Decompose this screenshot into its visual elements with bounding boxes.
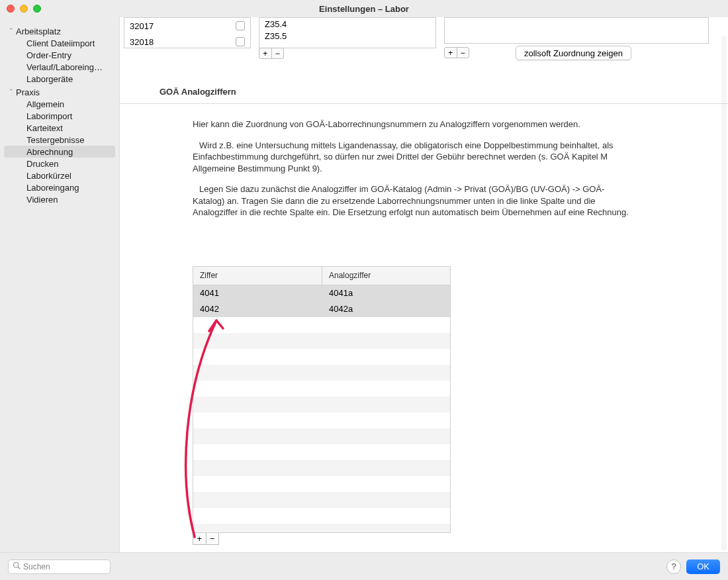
remove-button[interactable]: − — [457, 48, 469, 58]
sidebar-item-laborgeraete[interactable]: Laborgeräte — [0, 73, 119, 85]
table-row[interactable] — [193, 476, 450, 492]
table-row[interactable] — [193, 428, 450, 444]
table-row[interactable] — [193, 349, 450, 365]
table-row[interactable] — [193, 317, 450, 333]
sidebar: › Arbeitsplatz Client Dateiimport Order-… — [0, 17, 119, 580]
table-row[interactable] — [193, 381, 450, 397]
chevron-down-icon: › — [8, 89, 15, 95]
cell-analog: 4041a — [322, 288, 359, 298]
sidebar-item-karteitext[interactable]: Karteitext — [0, 122, 119, 134]
code-list-3[interactable] — [444, 17, 709, 44]
ok-button[interactable]: OK — [686, 559, 720, 574]
section-title: GOÄ Analogziffern — [159, 87, 728, 97]
add-button[interactable]: + — [445, 48, 457, 58]
minimize-icon[interactable] — [20, 5, 28, 13]
titlebar: Einstellungen – Labor — [0, 0, 728, 17]
desc-p2: Wird z.B. eine Untersuchung mittels Liga… — [193, 140, 629, 175]
list-code: 32017 — [130, 21, 183, 31]
add-button[interactable]: + — [259, 48, 272, 58]
window-controls — [7, 5, 41, 13]
remove-button[interactable]: − — [272, 48, 284, 58]
table-row[interactable] — [193, 397, 450, 412]
code-list-2[interactable]: Z35.4 Z35.5 — [259, 17, 436, 48]
sidebar-group-label: Praxis — [16, 87, 40, 97]
svg-point-0 — [14, 563, 19, 568]
table-row[interactable]: 4042 4042a — [193, 301, 450, 317]
desc-p1: Hier kann die Zuordnung von GOÄ-Laborrec… — [193, 119, 629, 130]
list-row[interactable]: 32017 — [124, 18, 250, 34]
svg-line-1 — [18, 567, 20, 569]
sidebar-item-laboreingang[interactable]: Laboreingang — [0, 181, 119, 193]
sidebar-item-order-entry[interactable]: Order-Entry — [0, 49, 119, 61]
list3-plusminus: + − — [444, 47, 469, 58]
sidebar-item-vidieren[interactable]: Vidieren — [0, 193, 119, 205]
zollsoft-button[interactable]: zollsoft Zuordnung zeigen — [516, 46, 631, 60]
sidebar-item-laborkuerzel[interactable]: Laborkürzel — [0, 169, 119, 181]
code-list-1[interactable]: 32017 32018 — [124, 17, 251, 48]
table-row[interactable]: 4041 4041a — [193, 285, 450, 301]
table-row[interactable] — [193, 412, 450, 428]
close-icon[interactable] — [7, 5, 15, 13]
sidebar-item-drucken[interactable]: Drucken — [0, 158, 119, 169]
table-plusminus: + − — [193, 533, 219, 545]
row-checkbox[interactable] — [236, 21, 245, 30]
list-code: Z35.4 — [265, 19, 287, 29]
table-row[interactable] — [193, 492, 450, 508]
sidebar-group-praxis[interactable]: › Praxis — [0, 86, 119, 98]
cell-ziffer: 4041 — [193, 288, 322, 298]
section-description: Hier kann die Zuordnung von GOÄ-Laborrec… — [193, 119, 629, 228]
top-strip: 32017 32018 Z35.4 — [120, 17, 728, 60]
sidebar-item-abrechnung[interactable]: Abrechnung — [4, 146, 115, 158]
table-row[interactable] — [193, 333, 450, 349]
desc-p3: Legen Sie dazu zunächst die Analogziffer… — [193, 183, 629, 218]
add-row-button[interactable]: + — [193, 533, 206, 544]
cell-ziffer: 4042 — [193, 304, 322, 314]
list-code: Z35.5 — [265, 31, 287, 41]
search-placeholder: Suchen — [23, 562, 50, 571]
chevron-down-icon: › — [8, 28, 15, 34]
zoom-icon[interactable] — [33, 5, 41, 13]
table-row[interactable] — [193, 508, 450, 524]
list-row[interactable]: Z35.5 — [259, 30, 435, 42]
list-code: 32018 — [130, 37, 183, 47]
col-analogziffer[interactable]: Analogziffer — [322, 271, 377, 280]
table-header: Ziffer Analogziffer — [193, 267, 450, 285]
sidebar-group-arbeitsplatz[interactable]: › Arbeitsplatz — [0, 25, 119, 37]
table-body[interactable]: 4041 4041a 4042 4042a — [193, 285, 450, 532]
window-title: Einstellungen – Labor — [319, 4, 409, 14]
cell-analog: 4042a — [322, 304, 359, 314]
scrollbar[interactable] — [721, 36, 727, 551]
sidebar-group-label: Arbeitsplatz — [16, 26, 61, 36]
sidebar-item-allgemein[interactable]: Allgemein — [0, 98, 119, 110]
content-pane: 32017 32018 Z35.4 — [119, 17, 728, 580]
search-input[interactable]: Suchen — [8, 559, 111, 574]
sidebar-item-testergebnisse[interactable]: Testergebnisse — [0, 134, 119, 146]
table-row[interactable] — [193, 524, 450, 532]
help-button[interactable]: ? — [666, 559, 681, 574]
table-row[interactable] — [193, 444, 450, 460]
search-icon — [13, 561, 21, 571]
list2-plusminus: + − — [259, 48, 284, 59]
bottom-bar: Suchen ? OK — [0, 552, 728, 580]
row-checkbox[interactable] — [236, 37, 245, 46]
remove-row-button[interactable]: − — [206, 533, 219, 544]
list-row[interactable]: 32018 — [124, 34, 250, 48]
sidebar-item-laborimport[interactable]: Laborimport — [0, 110, 119, 122]
list-row[interactable]: Z35.4 — [259, 18, 435, 30]
sidebar-item-verlauf[interactable]: Verlauf/Laboreing… — [0, 61, 119, 73]
analog-table: Ziffer Analogziffer 4041 4041a 4042 4042… — [193, 266, 451, 533]
table-row[interactable] — [193, 460, 450, 476]
table-row[interactable] — [193, 365, 450, 381]
col-ziffer[interactable]: Ziffer — [193, 267, 322, 285]
sidebar-item-client-dateiimport[interactable]: Client Dateiimport — [0, 37, 119, 49]
